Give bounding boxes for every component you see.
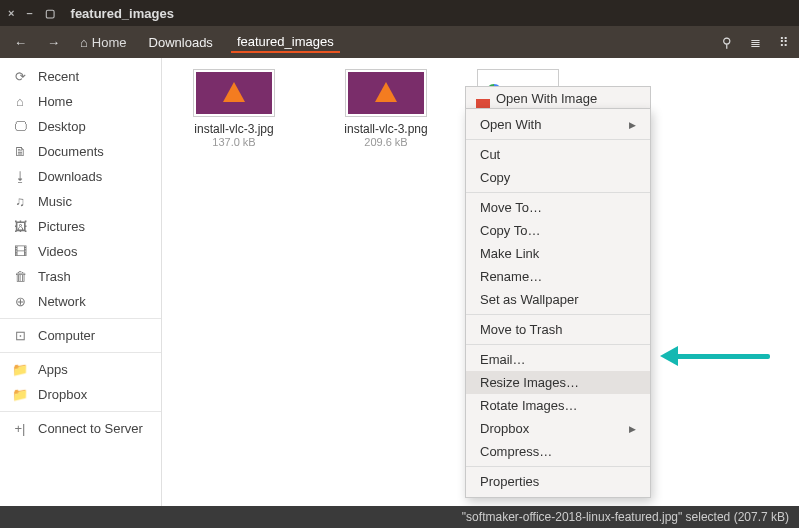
sidebar-item-downloads[interactable]: ⭳Downloads xyxy=(0,164,161,189)
file-size: 137.0 kB xyxy=(186,136,282,148)
context-rotate-images[interactable]: Rotate Images… xyxy=(466,394,650,417)
computer-icon: ⊡ xyxy=(12,328,28,343)
context-separator xyxy=(466,192,650,193)
context-separator xyxy=(466,344,650,345)
sidebar-connect-server[interactable]: +|Connect to Server xyxy=(0,416,161,441)
search-icon[interactable]: ⚲ xyxy=(722,35,732,50)
context-separator xyxy=(466,314,650,315)
context-copy-to[interactable]: Copy To… xyxy=(466,219,650,242)
annotation-arrow xyxy=(660,346,770,366)
forward-button[interactable]: → xyxy=(43,33,64,52)
context-cut[interactable]: Cut xyxy=(466,143,650,166)
connect-icon: +| xyxy=(12,421,28,436)
minimize-icon[interactable]: – xyxy=(26,7,32,20)
downloads-icon: ⭳ xyxy=(12,169,28,184)
sidebar-item-videos[interactable]: 🎞Videos xyxy=(0,239,161,264)
context-compress[interactable]: Compress… xyxy=(466,440,650,463)
statusbar: "softmaker-office-2018-linux-featured.jp… xyxy=(0,506,799,528)
context-properties[interactable]: Properties xyxy=(466,470,650,493)
sidebar-item-network[interactable]: ⊕Network xyxy=(0,289,161,314)
submenu-arrow-icon: ▶ xyxy=(629,120,636,130)
file-name: install-vlc-3.png xyxy=(338,122,434,136)
context-separator xyxy=(466,139,650,140)
status-text: "softmaker-office-2018-linux-featured.jp… xyxy=(462,510,789,524)
context-dropbox[interactable]: Dropbox▶ xyxy=(466,417,650,440)
window-title: featured_images xyxy=(71,6,174,21)
close-icon[interactable]: × xyxy=(8,7,14,20)
file-thumbnail xyxy=(194,70,274,116)
pictures-icon: 🖼 xyxy=(12,219,28,234)
home-icon: ⌂ xyxy=(80,35,88,50)
file-thumbnail xyxy=(346,70,426,116)
context-email[interactable]: Email… xyxy=(466,348,650,371)
breadcrumb-current[interactable]: featured_images xyxy=(231,32,340,53)
context-menu: Open With▶ Cut Copy Move To… Copy To… Ma… xyxy=(465,108,651,498)
sidebar-item-home[interactable]: ⌂Home xyxy=(0,89,161,114)
folder-icon: 📁 xyxy=(12,362,28,377)
view-grid-icon[interactable]: ⠿ xyxy=(779,35,789,50)
context-copy[interactable]: Copy xyxy=(466,166,650,189)
context-rename[interactable]: Rename… xyxy=(466,265,650,288)
window-controls: × – ▢ xyxy=(8,7,55,20)
file-size: 209.6 kB xyxy=(338,136,434,148)
file-item[interactable]: install-vlc-3.jpg 137.0 kB xyxy=(186,70,282,148)
context-set-wallpaper[interactable]: Set as Wallpaper xyxy=(466,288,650,311)
sidebar-item-dropbox[interactable]: 📁Dropbox xyxy=(0,382,161,407)
desktop-icon: 🖵 xyxy=(12,119,28,134)
music-icon: ♫ xyxy=(12,194,28,209)
titlebar: × – ▢ featured_images xyxy=(0,0,799,26)
sidebar-item-desktop[interactable]: 🖵Desktop xyxy=(0,114,161,139)
recent-icon: ⟳ xyxy=(12,69,28,84)
sidebar-item-music[interactable]: ♫Music xyxy=(0,189,161,214)
back-button[interactable]: ← xyxy=(10,33,31,52)
breadcrumb-downloads[interactable]: Downloads xyxy=(143,33,219,52)
folder-icon: 📁 xyxy=(12,387,28,402)
sidebar-item-documents[interactable]: 🗎Documents xyxy=(0,139,161,164)
toolbar: ← → ⌂ Home Downloads featured_images ⚲ ≣… xyxy=(0,26,799,58)
view-list-icon[interactable]: ≣ xyxy=(750,35,761,50)
sidebar-separator xyxy=(0,411,161,412)
sidebar: ⟳Recent ⌂Home 🖵Desktop 🗎Documents ⭳Downl… xyxy=(0,58,162,506)
home-breadcrumb[interactable]: ⌂ Home xyxy=(76,33,131,52)
context-make-link[interactable]: Make Link xyxy=(466,242,650,265)
sidebar-item-computer[interactable]: ⊡Computer xyxy=(0,323,161,348)
documents-icon: 🗎 xyxy=(12,144,28,159)
maximize-icon[interactable]: ▢ xyxy=(45,7,55,20)
sidebar-item-trash[interactable]: 🗑Trash xyxy=(0,264,161,289)
submenu-arrow-icon: ▶ xyxy=(629,424,636,434)
file-item[interactable]: install-vlc-3.png 209.6 kB xyxy=(338,70,434,148)
context-move-trash[interactable]: Move to Trash xyxy=(466,318,650,341)
sidebar-item-recent[interactable]: ⟳Recent xyxy=(0,64,161,89)
home-icon: ⌂ xyxy=(12,94,28,109)
sidebar-separator xyxy=(0,352,161,353)
network-icon: ⊕ xyxy=(12,294,28,309)
file-name: install-vlc-3.jpg xyxy=(186,122,282,136)
context-open-with[interactable]: Open With▶ xyxy=(466,113,650,136)
context-move-to[interactable]: Move To… xyxy=(466,196,650,219)
context-resize-images[interactable]: Resize Images… xyxy=(466,371,650,394)
sidebar-item-apps[interactable]: 📁Apps xyxy=(0,357,161,382)
trash-icon: 🗑 xyxy=(12,269,28,284)
sidebar-separator xyxy=(0,318,161,319)
sidebar-item-pictures[interactable]: 🖼Pictures xyxy=(0,214,161,239)
videos-icon: 🎞 xyxy=(12,244,28,259)
context-separator xyxy=(466,466,650,467)
